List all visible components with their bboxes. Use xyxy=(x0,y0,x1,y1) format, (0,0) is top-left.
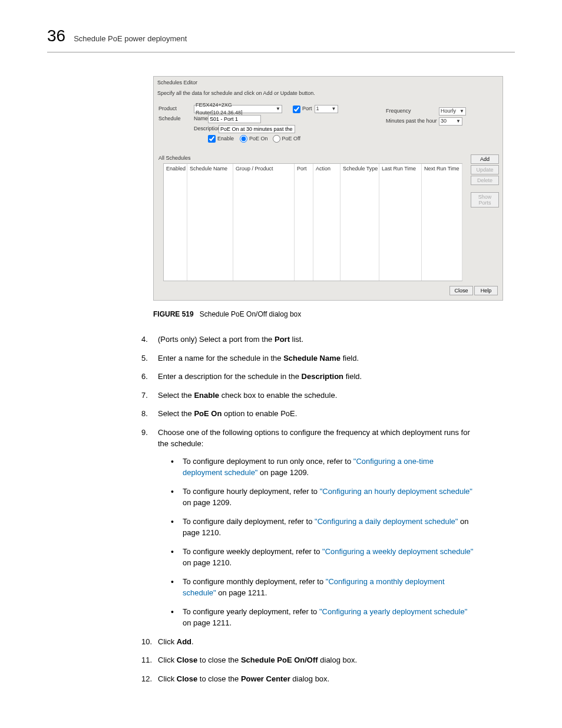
schedule-label: Schedule xyxy=(158,115,194,123)
step-9: Choose one of the following options to c… xyxy=(141,427,474,629)
enable-checkbox[interactable] xyxy=(208,135,216,143)
col-last-run[interactable]: Last Run Time xyxy=(379,164,422,281)
link-weekly[interactable]: "Configuring a weekly deployment schedul… xyxy=(322,547,473,556)
step-11: Click Close to close the Schedule PoE On… xyxy=(141,654,474,666)
side-buttons: Add Update Delete Show Ports xyxy=(471,154,499,207)
enable-label: Enable xyxy=(217,135,234,143)
bullet-5: To configure monthly deployment, refer t… xyxy=(170,576,474,599)
show-ports-button[interactable]: Show Ports xyxy=(471,192,499,207)
name-label: Name xyxy=(194,115,204,123)
update-button[interactable]: Update xyxy=(471,165,499,174)
delete-button[interactable]: Delete xyxy=(471,176,499,185)
minutes-value: 30 xyxy=(441,117,447,126)
chevron-down-icon: ▼ xyxy=(273,106,280,113)
close-button[interactable]: Close xyxy=(449,286,473,295)
header-title: Schedule PoE power deployment xyxy=(74,33,187,45)
product-select[interactable]: FESX424+2XG Router[10.24.36.48] ▼ xyxy=(194,105,282,113)
step-10: Click Add. xyxy=(141,636,474,648)
bullets: To configure deployment to run only once… xyxy=(170,456,474,629)
col-schedule-name[interactable]: Schedule Name xyxy=(187,164,233,281)
all-schedules-label: All Schedules xyxy=(154,153,503,164)
poe-on-radio[interactable] xyxy=(240,135,247,143)
frequency-value: Hourly xyxy=(441,107,456,116)
name-input[interactable] xyxy=(208,115,261,123)
poe-off-radio[interactable] xyxy=(273,135,280,143)
link-daily[interactable]: "Configuring a daily deployment schedule… xyxy=(315,517,458,526)
col-group-product[interactable]: Group / Product xyxy=(233,164,295,281)
description-label: Description xyxy=(194,125,219,133)
chevron-down-icon: ▼ xyxy=(457,108,464,115)
schedules-table: Enabled Schedule Name Group / Product Po… xyxy=(163,163,462,281)
port-select[interactable]: 1 ▼ xyxy=(315,105,338,113)
col-port[interactable]: Port xyxy=(295,164,313,281)
chevron-down-icon: ▼ xyxy=(329,106,336,113)
dialog-title: Schedules Editor xyxy=(154,77,503,90)
figure-caption: FIGURE 519 Schedule PoE On/Off dialog bo… xyxy=(153,309,515,319)
product-label: Product xyxy=(158,105,194,113)
description-input[interactable] xyxy=(219,125,295,133)
step-4: (Ports only) Select a port from the Port… xyxy=(141,334,474,345)
step-8: Select the PoE On option to enable PoE. xyxy=(141,408,474,420)
step-6: Enter a description for the schedule in … xyxy=(141,371,474,383)
figure-number: FIGURE 519 xyxy=(153,310,194,318)
help-button[interactable]: Help xyxy=(474,286,498,295)
bullet-2: To configure hourly deployment, refer to… xyxy=(170,486,474,509)
port-label: Port xyxy=(302,105,312,113)
chevron-down-icon: ▼ xyxy=(454,118,461,125)
col-action[interactable]: Action xyxy=(313,164,340,281)
schedules-table-wrap: Enabled Schedule Name Group / Product Po… xyxy=(158,163,467,281)
poe-on-label: PoE On xyxy=(249,135,268,143)
bottom-buttons: Close Help xyxy=(154,281,503,300)
poe-off-label: PoE Off xyxy=(282,135,300,143)
frequency-select[interactable]: Hourly ▼ xyxy=(439,107,466,116)
col-enabled[interactable]: Enabled xyxy=(164,164,187,281)
bullet-1: To configure deployment to run only once… xyxy=(170,456,474,479)
minutes-select[interactable]: 30 ▼ xyxy=(439,117,462,126)
page-header: 36 Schedule PoE power deployment xyxy=(47,24,515,52)
step-12: Click Close to close the Power Center di… xyxy=(141,673,474,685)
bullet-4: To configure weekly deployment, refer to… xyxy=(170,546,474,569)
schedules-editor-dialog: Schedules Editor Specify all the data fo… xyxy=(153,76,503,301)
frequency-label: Frequency xyxy=(386,107,439,116)
col-schedule-type[interactable]: Schedule Type xyxy=(340,164,379,281)
add-button[interactable]: Add xyxy=(471,154,499,164)
step-5: Enter a name for the schedule in the Sch… xyxy=(141,353,474,364)
page-number: 36 xyxy=(47,24,65,48)
link-hourly[interactable]: "Configuring an hourly deployment schedu… xyxy=(320,487,472,496)
bullet-6: To configure yearly deployment, refer to… xyxy=(170,606,474,629)
link-yearly[interactable]: "Configuring a yearly deployment schedul… xyxy=(319,607,467,616)
steps-list: (Ports only) Select a port from the Port… xyxy=(141,334,474,684)
figure-text: Schedule PoE On/Off dialog box xyxy=(200,310,302,318)
col-next-run[interactable]: Next Run Time xyxy=(422,164,462,281)
dialog-instruction: Specify all the data for schedule and cl… xyxy=(154,90,503,101)
step-7: Select the Enable check box to enable th… xyxy=(141,390,474,401)
port-checkbox[interactable] xyxy=(293,106,300,113)
bullet-3: To configure daily deployment, refer to … xyxy=(170,516,474,539)
form-area: Product FESX424+2XG Router[10.24.36.48] … xyxy=(154,101,503,150)
port-value: 1 xyxy=(316,105,319,113)
minutes-label: Minutes past the hour xyxy=(386,117,439,126)
dialog-figure: Schedules Editor Specify all the data fo… xyxy=(153,76,503,301)
